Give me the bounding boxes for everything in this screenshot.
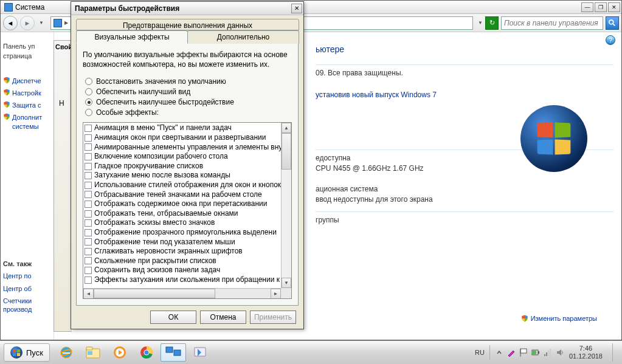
tray-volume-icon[interactable] <box>556 348 564 357</box>
effect-option[interactable]: Отображать содержимое окна при перетаски… <box>85 199 280 209</box>
sidebar-item[interactable]: Защита с <box>3 101 51 109</box>
checkbox-icon[interactable] <box>85 276 92 284</box>
effect-option[interactable]: Анимация в меню "Пуск" и панели задач <box>85 123 280 133</box>
effect-option[interactable]: Отображение прозрачного прямоугольника в… <box>85 228 280 238</box>
dialog-close-button[interactable]: ✕ <box>291 4 302 13</box>
start-button[interactable]: Пуск <box>4 343 50 362</box>
tray-flag-icon[interactable] <box>519 348 528 357</box>
taskbar-app-icon[interactable] <box>187 343 213 362</box>
scroll-up-button[interactable]: ▲ <box>282 123 291 133</box>
control-panel-home[interactable]: Панель уп <box>3 42 51 50</box>
checkbox-icon[interactable] <box>85 257 92 264</box>
radio-option[interactable]: Обеспечить наилучший вид <box>85 88 292 96</box>
sidebar-item[interactable]: Дополнит системы <box>3 113 51 131</box>
scroll-left-button[interactable]: ◄ <box>83 289 94 299</box>
tab-advanced[interactable]: Дополнительно <box>187 30 299 44</box>
address-dropdown-icon[interactable]: ▼ <box>478 20 483 26</box>
system-properties-title: Свой <box>55 43 71 50</box>
taskbar-chrome-icon[interactable] <box>134 343 159 362</box>
scroll-thumb[interactable] <box>282 133 291 170</box>
effect-option[interactable]: Отображать эскизы вместо значков <box>85 218 280 228</box>
cancel-button[interactable]: Отмена <box>200 311 246 324</box>
effect-option[interactable]: Использование стилей отображения для око… <box>85 180 280 190</box>
checkbox-icon[interactable] <box>85 219 92 227</box>
checkbox-icon[interactable] <box>85 210 92 218</box>
effect-option[interactable]: Анимация окон при свертывании и разверты… <box>85 133 280 143</box>
radio-option[interactable]: Восстановить значения по умолчанию <box>85 77 292 86</box>
change-settings-link[interactable]: Изменить параметры <box>521 315 597 322</box>
sidebar-item[interactable]: Диспетче <box>3 77 51 85</box>
radio-icon <box>85 109 92 116</box>
checkbox-icon[interactable] <box>85 201 92 208</box>
sidebar-item[interactable]: Настройк <box>3 89 51 97</box>
search-button[interactable] <box>606 16 619 30</box>
page-title: ьютере <box>316 44 603 54</box>
effect-option[interactable]: Сохранить вид эскизов панели задач <box>85 266 280 275</box>
checkbox-icon[interactable] <box>85 134 92 142</box>
checkbox-icon[interactable] <box>85 182 92 189</box>
clock[interactable]: 7:46 01.12.2018 <box>569 345 605 360</box>
tab-visual-effects[interactable]: Визуальные эффекты <box>76 30 188 44</box>
horizontal-scrollbar[interactable]: ◄ ► <box>83 288 281 298</box>
search-input[interactable]: Поиск в панели управления <box>501 16 603 30</box>
dialog-titlebar[interactable]: Параметры быстродействия ✕ <box>71 2 303 15</box>
tray-chevron-icon[interactable] <box>495 348 503 357</box>
close-button[interactable]: ✕ <box>608 2 620 12</box>
scroll-down-button[interactable]: ▼ <box>282 278 291 288</box>
checkbox-icon[interactable] <box>85 125 92 132</box>
checkbox-icon[interactable] <box>85 229 92 236</box>
tray-power-icon[interactable] <box>531 348 540 357</box>
effect-option[interactable]: Сглаживать неровности экранных шрифтов <box>85 247 280 256</box>
language-indicator[interactable]: RU <box>475 349 485 356</box>
checkbox-icon[interactable] <box>85 153 92 160</box>
apply-button[interactable]: Применить <box>250 311 296 324</box>
checkbox-icon[interactable] <box>85 143 92 151</box>
taskbar-explorer-icon[interactable] <box>80 343 106 362</box>
shield-icon <box>3 101 10 108</box>
checkbox-icon[interactable] <box>85 267 92 274</box>
hscroll-thumb[interactable] <box>94 289 215 298</box>
tab-dep[interactable]: Предотвращение выполнения данных <box>76 19 299 30</box>
effect-option[interactable]: Затухание меню после вызова команды <box>85 171 280 180</box>
sidebar-link[interactable]: Центр по <box>3 272 51 280</box>
effect-option[interactable]: Анимированные элементы управления и элем… <box>85 143 280 153</box>
system-icon <box>4 3 13 12</box>
effect-option[interactable]: Эффекты затухания или скольжения при обр… <box>85 275 280 285</box>
address-icon <box>54 19 62 27</box>
tray-pen-icon[interactable] <box>507 348 516 357</box>
svg-rect-20 <box>544 354 545 356</box>
taskbar-wmp-icon[interactable] <box>107 343 133 362</box>
effect-option[interactable]: Отображение тени под указателем мыши <box>85 238 280 247</box>
taskbar-system-icon[interactable] <box>161 343 186 362</box>
effect-option[interactable]: Отбрасывание теней значками на рабочем с… <box>85 190 280 200</box>
checkbox-icon[interactable] <box>85 248 92 255</box>
effect-option[interactable]: Скольжение при раскрытии списков <box>85 256 280 266</box>
show-desktop-button[interactable] <box>612 343 618 362</box>
upgrade-link[interactable]: установив новый выпуск Windows 7 <box>316 91 437 99</box>
checkbox-icon[interactable] <box>85 238 92 246</box>
effect-label: Использование стилей отображения для око… <box>94 180 281 190</box>
radio-option[interactable]: Особые эффекты: <box>85 108 292 117</box>
checkbox-icon[interactable] <box>85 163 92 170</box>
control-panel-home2[interactable]: страница <box>3 52 51 60</box>
checkbox-icon[interactable] <box>85 191 92 198</box>
sidebar-link[interactable]: Центр об <box>3 284 51 293</box>
tray-network-icon[interactable] <box>544 348 552 357</box>
vertical-scrollbar[interactable]: ▲ ▼ <box>281 123 291 288</box>
sidebar-link[interactable]: Счетчики производ <box>3 297 51 314</box>
scroll-right-button[interactable]: ► <box>271 289 281 299</box>
radio-option[interactable]: Обеспечить наилучшее быстродействие <box>85 98 292 106</box>
effect-option[interactable]: Отображать тени, отбрасываемые окнами <box>85 209 280 219</box>
minimize-button[interactable]: — <box>581 2 593 12</box>
tab-description: По умолчанию визуальные эффекты выбирают… <box>83 50 292 69</box>
checkbox-icon[interactable] <box>85 172 92 179</box>
taskbar-ie-icon[interactable] <box>54 343 79 362</box>
effect-option[interactable]: Гладкое прокручивание списков <box>85 162 280 171</box>
ok-button[interactable]: ОК <box>150 311 196 324</box>
maximize-button[interactable]: ❐ <box>595 2 607 12</box>
forward-button[interactable]: ► <box>20 16 35 30</box>
back-button[interactable]: ◄ <box>3 16 18 30</box>
refresh-button[interactable]: ↻ <box>485 16 499 30</box>
effect-option[interactable]: Включение композиции рабочего стола <box>85 152 280 162</box>
nav-history-dropdown[interactable]: ▼ <box>37 16 46 30</box>
